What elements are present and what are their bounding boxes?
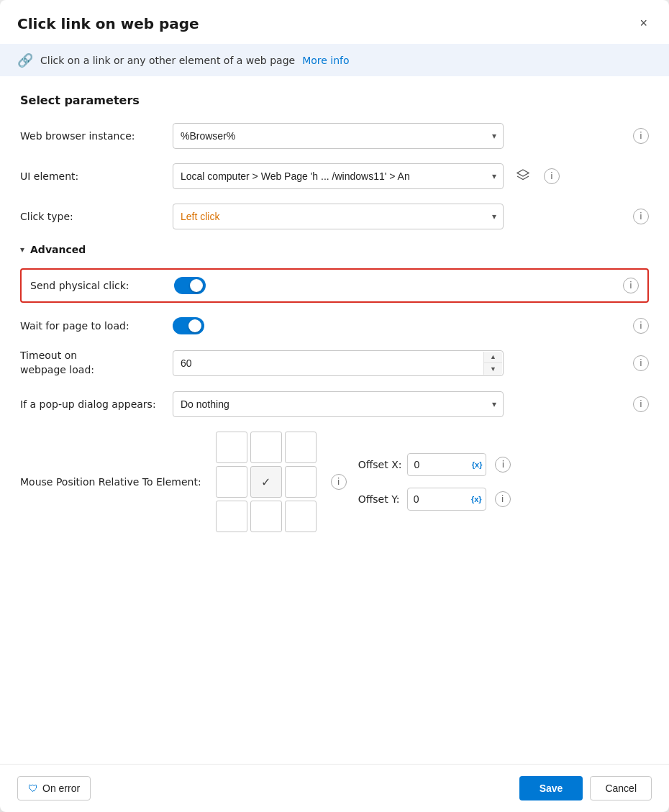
offset-x-var-button[interactable]: {x}: [470, 460, 484, 469]
ui-element-select[interactable]: Local computer > Web Page 'h ... /window…: [173, 163, 504, 189]
timeout-label: Timeout onwebpage load:: [20, 349, 164, 377]
web-browser-info-icon[interactable]: i: [633, 128, 649, 144]
popup-dialog-dropdown-wrapper: Do nothing Close it Press Enter ▾: [173, 391, 504, 417]
grid-cell-4[interactable]: ✓: [250, 466, 282, 498]
grid-cell-8[interactable]: [285, 501, 317, 532]
mouse-position-info-icon[interactable]: i: [331, 474, 347, 490]
ui-element-label: UI element:: [20, 170, 164, 182]
mouse-position-label: Mouse Position Relative To Element:: [20, 476, 201, 488]
wait-for-page-load-control: [173, 317, 622, 334]
send-physical-click-label: Send physical click:: [30, 280, 165, 291]
ui-element-control: Local computer > Web Page 'h ... /window…: [173, 163, 532, 189]
section-title: Select parameters: [20, 93, 649, 107]
info-bar-text: Click on a link or any other element of …: [40, 55, 295, 66]
mouse-position-content: ✓ i Offset X: {x} i: [216, 432, 649, 532]
timeout-spinners: ▲ ▼: [483, 352, 502, 375]
on-error-label: On error: [42, 783, 80, 794]
click-type-row: Click type: Left click Right click Doubl…: [20, 204, 649, 229]
send-physical-click-info-icon[interactable]: i: [623, 278, 639, 293]
grid-cell-5[interactable]: [285, 466, 317, 498]
footer-right: Save Cancel: [519, 776, 652, 800]
popup-dialog-select[interactable]: Do nothing Close it Press Enter: [173, 391, 504, 417]
link-icon: 🔗: [17, 53, 33, 68]
checkmark-icon: ✓: [261, 475, 270, 489]
click-type-select[interactable]: Left click Right click Double click Midd…: [173, 204, 504, 229]
grid-cell-2[interactable]: [285, 432, 317, 463]
dialog-title: Click link on web page: [17, 15, 199, 32]
position-grid: ✓: [216, 432, 317, 532]
timeout-info-icon[interactable]: i: [633, 355, 649, 371]
shield-icon: 🛡: [28, 783, 38, 794]
offset-y-info-icon[interactable]: i: [495, 491, 511, 507]
click-type-control: Left click Right click Double click Midd…: [173, 204, 622, 229]
cancel-button[interactable]: Cancel: [590, 776, 652, 800]
wait-for-page-load-label: Wait for page to load:: [20, 320, 164, 332]
wait-for-page-load-row: Wait for page to load: i: [20, 317, 649, 334]
grid-cell-6[interactable]: [216, 501, 247, 532]
web-browser-control: %Browser% ▾: [173, 123, 622, 149]
click-type-info-icon[interactable]: i: [633, 209, 649, 224]
on-error-button[interactable]: 🛡 On error: [17, 776, 91, 800]
advanced-chevron-icon: ▾: [20, 245, 24, 255]
wait-for-page-load-toggle[interactable]: [173, 317, 204, 334]
offset-section: Offset X: {x} i Offset Y: {x} i: [358, 453, 511, 511]
send-physical-click-row: Send physical click: i: [20, 268, 649, 303]
save-button[interactable]: Save: [519, 776, 583, 800]
popup-dialog-info-icon[interactable]: i: [633, 396, 649, 412]
grid-cell-1[interactable]: [250, 432, 282, 463]
ui-element-select-outer: Local computer > Web Page 'h ... /window…: [173, 163, 504, 189]
send-physical-click-toggle[interactable]: [174, 277, 206, 294]
timeout-spinner-up[interactable]: ▲: [484, 352, 502, 364]
ui-element-row: UI element: Local computer > Web Page 'h…: [20, 163, 649, 189]
offset-x-info-icon[interactable]: i: [495, 457, 511, 473]
popup-dialog-control: Do nothing Close it Press Enter ▾: [173, 391, 622, 417]
info-bar: 🔗 Click on a link or any other element o…: [0, 44, 669, 76]
send-physical-click-toggle-wrapper: [174, 277, 206, 294]
dialog-header: Click link on web page ×: [0, 0, 669, 44]
offset-y-var-button[interactable]: {x}: [470, 495, 483, 503]
layers-button[interactable]: [514, 166, 532, 186]
advanced-section-header[interactable]: ▾ Advanced: [20, 244, 649, 255]
timeout-control: ▲ ▼: [173, 350, 622, 376]
offset-y-input-wrapper: {x}: [407, 488, 486, 511]
click-type-label: Click type:: [20, 211, 164, 222]
offset-y-label: Offset Y:: [358, 493, 401, 505]
grid-cell-3[interactable]: [216, 466, 247, 498]
click-type-dropdown-wrapper: Left click Right click Double click Midd…: [173, 204, 504, 229]
more-info-link[interactable]: More info: [302, 55, 349, 66]
wait-for-page-load-info-icon[interactable]: i: [633, 318, 649, 334]
offset-x-input-wrapper: {x}: [407, 453, 486, 476]
web-browser-select[interactable]: %Browser%: [173, 123, 504, 149]
advanced-title: Advanced: [30, 244, 86, 255]
grid-cell-7[interactable]: [250, 501, 282, 532]
dialog-body: Select parameters Web browser instance: …: [0, 76, 669, 764]
dialog-footer: 🛡 On error Save Cancel: [0, 764, 669, 812]
timeout-spinner-down[interactable]: ▼: [484, 363, 502, 375]
popup-dialog-label: If a pop-up dialog appears:: [20, 398, 164, 410]
close-button[interactable]: ×: [635, 13, 652, 34]
web-browser-row: Web browser instance: %Browser% ▾ i: [20, 123, 649, 149]
offset-x-row: Offset X: {x} i: [358, 453, 511, 476]
mouse-position-row: Mouse Position Relative To Element: ✓: [20, 432, 649, 532]
web-browser-dropdown-wrapper: %Browser% ▾: [173, 123, 504, 149]
offset-x-label: Offset X:: [358, 459, 402, 470]
timeout-input-wrapper: ▲ ▼: [173, 350, 504, 376]
popup-dialog-row: If a pop-up dialog appears: Do nothing C…: [20, 391, 649, 417]
ui-element-info-icon[interactable]: i: [544, 168, 560, 184]
grid-cell-0[interactable]: [216, 432, 247, 463]
dialog: Click link on web page × 🔗 Click on a li…: [0, 0, 669, 812]
timeout-input[interactable]: [173, 350, 504, 376]
timeout-row: Timeout onwebpage load: ▲ ▼ i: [20, 349, 649, 377]
ui-element-dropdown-wrapper: Local computer > Web Page 'h ... /window…: [173, 163, 508, 189]
offset-y-row: Offset Y: {x} i: [358, 488, 511, 511]
web-browser-label: Web browser instance:: [20, 130, 164, 142]
